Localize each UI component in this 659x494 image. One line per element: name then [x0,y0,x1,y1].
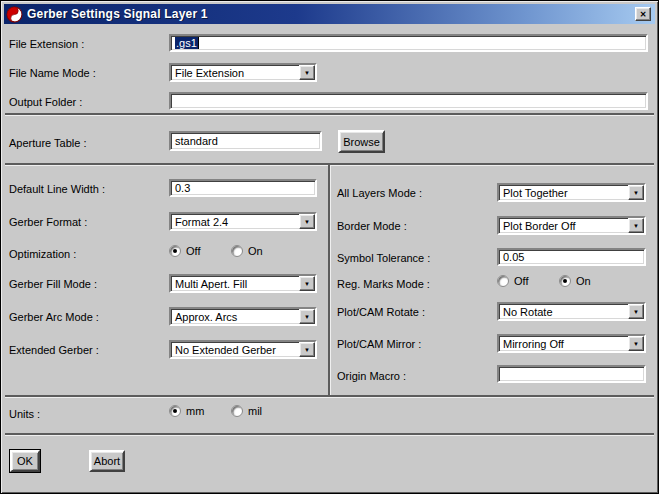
title-bar[interactable]: Gerber Settings Signal Layer 1 ✕ [4,4,655,24]
extended-gerber-select[interactable]: No Extended Gerber ▼ [169,340,317,359]
radio-label: On [248,245,263,257]
radio-icon[interactable] [169,405,181,417]
symbol-tolerance-value: 0.05 [503,251,524,263]
chevron-down-icon[interactable]: ▼ [628,218,644,233]
plot-cam-rotate-value: No Rotate [499,306,628,318]
gerber-fill-mode-select[interactable]: Multi Apert. Fill ▼ [169,274,317,293]
radio-label: mm [186,405,204,417]
chevron-down-icon[interactable]: ▼ [299,276,315,291]
gerber-arc-mode-value: Approx. Arcs [171,311,299,323]
chevron-down-icon[interactable]: ▼ [299,309,315,324]
border-mode-label: Border Mode : [337,220,407,232]
plot-cam-rotate-label: Plot/CAM Rotate : [337,306,425,318]
gerber-format-label: Gerber Format : [9,216,87,228]
radio-label: Off [514,275,528,287]
plot-cam-rotate-select[interactable]: No Rotate ▼ [497,302,646,321]
radio-label: Off [186,245,200,257]
all-layers-mode-select[interactable]: Plot Together ▼ [497,183,646,202]
border-mode-select[interactable]: Plot Border Off ▼ [497,216,646,235]
abort-button[interactable]: Abort [89,450,125,472]
radio-icon[interactable] [231,245,243,257]
optimization-label: Optimization : [9,248,76,260]
output-folder-input[interactable] [169,92,648,110]
close-icon[interactable]: ✕ [635,7,651,21]
file-extension-input[interactable]: .gs1 [169,34,648,52]
units-label: Units : [9,408,40,420]
units-radio-mil[interactable]: mil [231,405,262,417]
plot-cam-mirror-value: Mirroring Off [499,338,628,350]
optimization-radio-off[interactable]: Off [169,245,200,257]
app-logo-icon [6,6,23,23]
window-title: Gerber Settings Signal Layer 1 [27,7,635,21]
file-name-mode-value: File Extension [171,67,299,79]
gerber-arc-mode-label: Gerber Arc Mode : [9,311,99,323]
default-line-width-label: Default Line Width : [9,183,105,195]
gerber-fill-mode-label: Gerber Fill Mode : [9,278,97,290]
browse-button[interactable]: Browse [338,130,385,153]
chevron-down-icon[interactable]: ▼ [299,65,315,80]
gerber-settings-dialog: Gerber Settings Signal Layer 1 ✕ File Ex… [0,0,659,494]
origin-macro-input[interactable] [497,365,646,383]
plot-cam-mirror-select[interactable]: Mirroring Off ▼ [497,334,646,353]
aperture-table-label: Aperture Table : [9,137,86,149]
radio-icon[interactable] [559,275,571,287]
gerber-format-select[interactable]: Format 2.4 ▼ [169,212,317,231]
output-folder-label: Output Folder : [9,96,82,108]
radio-label: mil [248,405,262,417]
default-line-width-value: 0.3 [175,182,190,194]
column-divider [328,165,331,395]
ok-button[interactable]: OK [10,450,40,472]
chevron-down-icon[interactable]: ▼ [628,304,644,319]
aperture-table-input[interactable]: standard [169,131,322,151]
chevron-down-icon[interactable]: ▼ [299,342,315,357]
radio-icon[interactable] [169,245,181,257]
symbol-tolerance-input[interactable]: 0.05 [497,248,646,266]
gerber-fill-mode-value: Multi Apert. Fill [171,278,299,290]
gerber-format-value: Format 2.4 [171,216,299,228]
optimization-radio-on[interactable]: On [231,245,263,257]
reg-marks-mode-label: Reg. Marks Mode : [337,278,430,290]
extended-gerber-value: No Extended Gerber [171,344,299,356]
file-extension-value: .gs1 [175,37,198,49]
separator [5,395,654,398]
origin-macro-label: Origin Macro : [337,370,406,382]
file-name-mode-select[interactable]: File Extension ▼ [169,63,317,82]
chevron-down-icon[interactable]: ▼ [299,214,315,229]
symbol-tolerance-label: Symbol Tolerance : [337,252,430,264]
radio-label: On [576,275,591,287]
reg-marks-radio-on[interactable]: On [559,275,591,287]
all-layers-mode-label: All Layers Mode : [337,187,422,199]
default-line-width-input[interactable]: 0.3 [169,179,317,197]
radio-icon[interactable] [497,275,509,287]
chevron-down-icon[interactable]: ▼ [628,185,644,200]
aperture-table-value: standard [175,135,218,147]
chevron-down-icon[interactable]: ▼ [628,336,644,351]
file-name-mode-label: File Name Mode : [9,67,96,79]
separator [5,433,654,436]
plot-cam-mirror-label: Plot/CAM Mirror : [337,338,421,350]
file-extension-label: File Extension : [9,38,84,50]
radio-icon[interactable] [231,405,243,417]
border-mode-value: Plot Border Off [499,220,628,232]
gerber-arc-mode-select[interactable]: Approx. Arcs ▼ [169,307,317,326]
all-layers-mode-value: Plot Together [499,187,628,199]
extended-gerber-label: Extended Gerber : [9,344,99,356]
units-radio-mm[interactable]: mm [169,405,204,417]
reg-marks-radio-off[interactable]: Off [497,275,528,287]
separator [5,113,654,116]
text-cursor [198,37,199,49]
